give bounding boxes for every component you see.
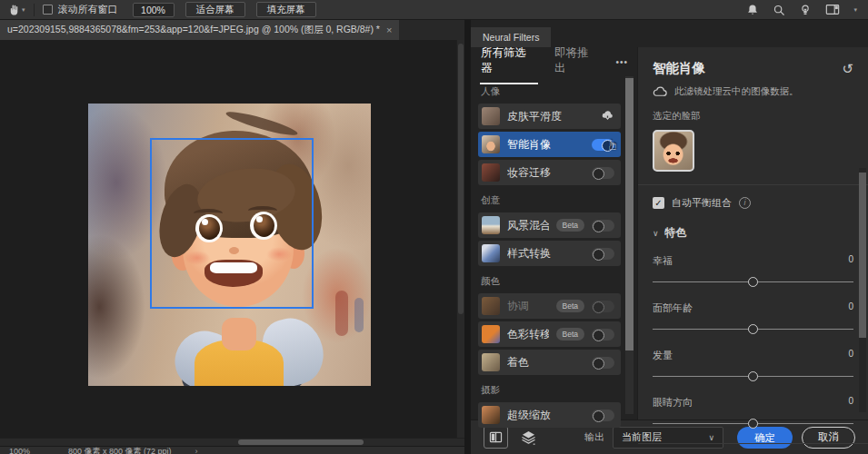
document-tab[interactable]: u=202309155,9884365078&fm=253&app=120&f=… bbox=[0, 20, 399, 40]
split-view-icon bbox=[489, 431, 503, 443]
reset-icon[interactable]: ↺ bbox=[842, 61, 853, 77]
slider-row: 发量0 bbox=[653, 349, 853, 382]
filter-toggle[interactable] bbox=[592, 329, 614, 340]
neural-filters-workspace: Neural Filters 所有筛选器 即将推出 ••• 人像皮肤平滑度智能肖… bbox=[464, 20, 868, 454]
panel-menu-icon[interactable]: ••• bbox=[615, 57, 628, 67]
filter-section-title: 人像 bbox=[481, 85, 621, 98]
filter-item[interactable]: 妆容迁移 bbox=[478, 160, 621, 185]
filter-thumbnail-icon bbox=[482, 135, 500, 153]
filter-label: 超级缩放 bbox=[507, 408, 584, 423]
background-person bbox=[354, 298, 364, 332]
auto-balance-checkbox[interactable]: ✓ bbox=[653, 197, 664, 209]
search-icon[interactable] bbox=[773, 4, 785, 16]
beta-badge: Beta bbox=[556, 328, 585, 340]
slider-row: 面部年龄0 bbox=[653, 301, 853, 335]
info-icon[interactable]: i bbox=[739, 197, 751, 209]
fill-screen-button[interactable]: 填充屏幕 bbox=[256, 2, 316, 17]
layers-button[interactable] bbox=[521, 430, 536, 445]
filter-toggle[interactable] bbox=[592, 357, 614, 369]
canvas[interactable] bbox=[0, 40, 464, 438]
filter-label: 智能肖像 bbox=[507, 137, 584, 153]
output-label: 输出 bbox=[584, 430, 604, 444]
close-document-icon[interactable]: × bbox=[386, 25, 392, 35]
filter-item[interactable]: 协调Beta bbox=[478, 293, 621, 319]
beta-badge: Beta bbox=[556, 219, 585, 232]
filter-list-scrollbar[interactable] bbox=[625, 76, 634, 414]
workspace-switcher-icon[interactable] bbox=[825, 4, 840, 15]
filter-item[interactable]: 样式转换 bbox=[478, 241, 621, 266]
hand-tool-preset[interactable]: ▾ bbox=[7, 4, 25, 16]
tab-coming-soon[interactable]: 即将推出 bbox=[554, 39, 601, 84]
slider-knob[interactable] bbox=[748, 419, 758, 429]
divider bbox=[34, 4, 35, 16]
filter-item[interactable]: 风景混合器Beta bbox=[478, 212, 621, 238]
slider-track[interactable] bbox=[653, 323, 853, 335]
filter-toggle[interactable] bbox=[592, 410, 614, 421]
filter-item[interactable]: 智能肖像☞ bbox=[478, 132, 621, 157]
filter-item[interactable]: 皮肤平滑度 bbox=[478, 104, 621, 129]
layers-icon bbox=[521, 430, 536, 445]
hand-icon bbox=[7, 4, 20, 16]
divider bbox=[638, 184, 868, 185]
featured-section-header[interactable]: ∨ 特色 bbox=[653, 225, 853, 241]
tab-all-filters[interactable]: 所有筛选器 bbox=[480, 39, 538, 84]
slider-list: 幸福0面部年龄0发量0眼睛方向0 bbox=[653, 254, 853, 429]
discover-bulb-icon[interactable] bbox=[799, 4, 812, 16]
preview-split-button[interactable] bbox=[484, 426, 508, 449]
featured-section-label: 特色 bbox=[665, 225, 687, 241]
fit-screen-button[interactable]: 适合屏幕 bbox=[185, 2, 245, 17]
slider-header: 面部年龄0 bbox=[653, 301, 853, 315]
canvas-vertical-scrollbar[interactable] bbox=[456, 40, 464, 438]
filter-label: 着色 bbox=[507, 355, 584, 370]
scroll-all-windows-checkbox[interactable] bbox=[43, 5, 53, 15]
slider-knob[interactable] bbox=[748, 277, 758, 287]
filter-list: 人像皮肤平滑度智能肖像☞妆容迁移创意风景混合器Beta样式转换颜色协调Beta色… bbox=[471, 85, 637, 428]
filter-item[interactable]: 超级缩放 bbox=[478, 402, 621, 428]
filter-toggle[interactable] bbox=[592, 248, 614, 260]
notifications-bell-icon[interactable] bbox=[746, 4, 759, 16]
canvas-horizontal-scrollbar[interactable] bbox=[0, 438, 464, 446]
cloud-download-icon[interactable] bbox=[601, 110, 614, 123]
background-person bbox=[335, 291, 348, 336]
detail-scrollbar[interactable] bbox=[859, 168, 866, 412]
workspace-caret-icon[interactable]: ▾ bbox=[853, 6, 857, 14]
filter-toggle[interactable] bbox=[592, 220, 614, 232]
slider-label: 眼睛方向 bbox=[653, 396, 693, 410]
filter-item[interactable]: 着色 bbox=[478, 350, 621, 375]
filter-thumbnail-icon bbox=[482, 163, 500, 182]
filter-section-title: 颜色 bbox=[481, 275, 621, 288]
filter-thumbnail-icon bbox=[482, 107, 500, 125]
filter-thumbnail-icon bbox=[482, 325, 500, 343]
filter-label: 色彩转移 bbox=[507, 327, 549, 342]
slider-knob[interactable] bbox=[748, 324, 758, 334]
filter-item[interactable]: 色彩转移Beta bbox=[478, 321, 621, 347]
filter-label: 妆容迁移 bbox=[507, 165, 584, 181]
filter-toggle[interactable] bbox=[592, 301, 614, 312]
slider-track[interactable] bbox=[653, 370, 853, 382]
status-zoom[interactable]: 100% bbox=[9, 447, 30, 454]
slider-knob[interactable] bbox=[748, 371, 758, 381]
collapsed-section-表情[interactable]: ›表情 bbox=[638, 443, 868, 454]
neck bbox=[222, 318, 256, 350]
filter-label: 皮肤平滑度 bbox=[507, 109, 594, 124]
dropdown-chevron-icon: ∨ bbox=[708, 433, 714, 442]
zoom-percent-field[interactable]: 100% bbox=[133, 3, 175, 17]
face-detection-box[interactable] bbox=[150, 138, 314, 309]
status-bar: 100% 800 像素 x 800 像素 (72 ppi) › bbox=[0, 446, 464, 454]
slider-track[interactable] bbox=[653, 418, 853, 429]
filter-thumbnail-icon bbox=[482, 216, 500, 234]
filter-toggle[interactable] bbox=[592, 167, 614, 179]
filter-label: 风景混合器 bbox=[507, 218, 549, 233]
slider-track[interactable] bbox=[653, 276, 853, 288]
slider-label: 幸福 bbox=[653, 254, 673, 268]
slider-value: 0 bbox=[848, 349, 853, 362]
document-title: u=202309155,9884365078&fm=253&app=120&f=… bbox=[7, 24, 380, 36]
selected-face-thumbnail[interactable] bbox=[653, 130, 694, 172]
slider-value: 0 bbox=[848, 301, 853, 315]
status-expand-icon[interactable]: › bbox=[195, 447, 198, 454]
slider-row: 幸福0 bbox=[653, 254, 853, 288]
tool-options-bar: ▾ 滚动所有窗口 100% 适合屏幕 填充屏幕 ▾ bbox=[0, 0, 868, 20]
mouse-cursor: ☞ bbox=[605, 139, 619, 151]
slider-header: 眼睛方向0 bbox=[653, 396, 853, 410]
photoshop-window: ▾ 滚动所有窗口 100% 适合屏幕 填充屏幕 ▾ bbox=[0, 0, 868, 454]
